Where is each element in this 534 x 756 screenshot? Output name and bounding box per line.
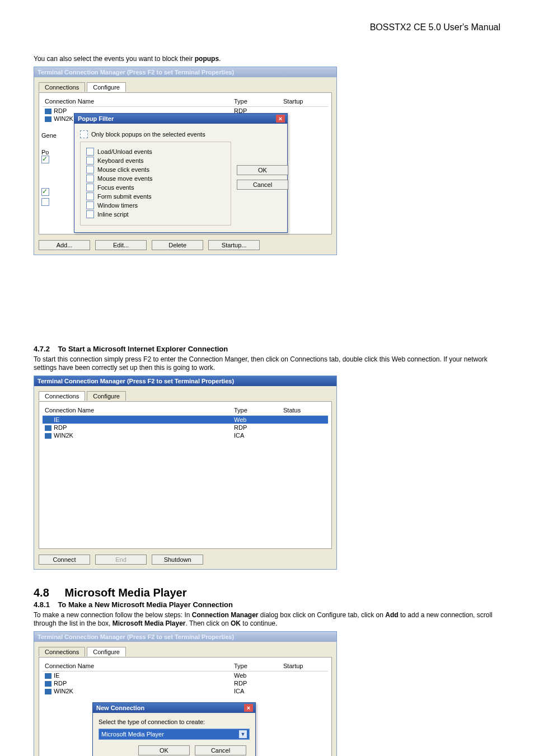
connection-icon [45, 116, 51, 122]
tab-connections[interactable]: Connections [39, 82, 85, 92]
list-item[interactable]: WIN2K ICA [43, 687, 328, 695]
chk-inline[interactable] [86, 210, 94, 218]
para-472: To start this connection simply press F2… [34, 355, 500, 372]
win1: Terminal Connection Manager (Press F2 to… [34, 67, 337, 255]
row-type: ICA [232, 687, 281, 695]
close-icon[interactable]: × [244, 704, 253, 712]
heading-481: 4.8.1 To Make a New Microsoft Media Play… [34, 600, 500, 609]
intro-bold: popups [195, 55, 219, 63]
row-type: Web [232, 672, 281, 679]
row-name: RDP [54, 107, 67, 114]
shutdown-button[interactable]: Shutdown [152, 555, 203, 565]
win1-list-header: Connection Name Type Startup [43, 96, 328, 107]
heading-48: 4.8 Microsoft Media Player [34, 586, 500, 599]
chevron-down-icon[interactable]: ▼ [239, 730, 247, 738]
connect-button[interactable]: Connect [39, 555, 90, 565]
chk-timers[interactable] [86, 201, 94, 209]
row-name: IE [54, 672, 59, 679]
p481-post: to continue. [241, 619, 277, 627]
win2-titlebar: Terminal Connection Manager (Press F2 to… [34, 376, 336, 386]
h472-title: To Start a Microsoft Internet Explorer C… [58, 345, 228, 353]
connection-icon [45, 109, 51, 114]
intro-post: . [219, 55, 221, 63]
col-startup: Startup [281, 97, 328, 105]
h48-title: Microsoft Media Player [65, 586, 187, 599]
row-type: ICA [232, 431, 281, 439]
close-icon[interactable]: × [276, 115, 285, 123]
p481-b2: Add [385, 611, 398, 619]
win2-pane: Connection Name Type Status IE Web RDP R… [39, 401, 332, 549]
popup-titlebar: Popup Filter × [74, 114, 287, 124]
win1-buttons: Add... Edit... Delete Startup... [39, 240, 332, 250]
list-item[interactable]: WIN2K ICA [43, 431, 328, 439]
h472-num: 4.7.2 [34, 345, 50, 353]
mini-checkbox-2[interactable] [41, 188, 49, 196]
row-type: Web [232, 416, 281, 424]
para-481: To make a new connection follow the belo… [34, 611, 500, 628]
popup-title: Popup Filter [78, 115, 114, 122]
mini-checkbox-1[interactable] [41, 156, 49, 163]
lbl-load: Load/Unload events [97, 148, 152, 155]
chk-load[interactable] [86, 148, 94, 156]
p481-m1: dialog box click on Configure tab, click… [259, 611, 386, 619]
win3-titlebar: Terminal Connection Manager (Press F2 to… [34, 632, 336, 642]
p481-b4: OK [231, 619, 241, 627]
win2-buttons: Connect End Shutdown [39, 555, 332, 565]
list-item[interactable]: IE Web [43, 416, 328, 424]
win1-titlebar: Terminal Connection Manager (Press F2 to… [34, 67, 336, 77]
col-startup: Startup [281, 662, 328, 670]
win3: Terminal Connection Manager (Press F2 to… [34, 631, 337, 756]
win1-tabs: Connections Configure [39, 82, 332, 91]
doc-header: BOSSTX2 CE 5.0 User's Manual [34, 22, 500, 32]
connection-icon [45, 689, 51, 694]
tab-configure[interactable]: Configure [87, 647, 126, 656]
p481-m3: . Then click on [185, 619, 230, 627]
list-item[interactable]: IE Web [43, 672, 328, 679]
chk-focus[interactable] [86, 184, 94, 191]
combo-value: Microsoft Media Player [101, 731, 164, 738]
intro-popups: You can also select the events you want … [34, 55, 500, 63]
tab-configure[interactable]: Configure [87, 391, 126, 401]
newconn-title: New Connection [96, 705, 144, 711]
underlying-dialog-slice: Gene Po [41, 132, 57, 206]
delete-button[interactable]: Delete [152, 240, 203, 250]
connection-type-select[interactable]: Microsoft Media Player ▼ [99, 729, 250, 740]
h481-num: 4.8.1 [34, 600, 50, 609]
newconn-ok-button[interactable]: OK [138, 745, 190, 755]
chk-onlyblock-label: Only block popups on the selected events [91, 131, 205, 138]
lbl-inline: Inline script [97, 211, 129, 218]
win2-tabs: Connections Configure [39, 391, 332, 400]
row-name: WIN2K [54, 432, 73, 439]
popup-filter-dialog: Popup Filter × Only block popups on the … [74, 113, 288, 233]
tab-connections[interactable]: Connections [39, 647, 85, 656]
chk-key[interactable] [86, 157, 94, 165]
mini-checkbox-3[interactable] [41, 198, 49, 206]
tab-configure[interactable]: Configure [87, 82, 126, 92]
connection-icon [45, 425, 51, 431]
chk-onlyblock[interactable] [80, 130, 88, 138]
chk-form[interactable] [86, 192, 94, 200]
heading-472: 4.7.2 To Start a Microsoft Internet Expl… [34, 345, 500, 353]
lbl-form: Form submit events [97, 193, 152, 200]
new-connection-dialog: New Connection × Select the type of conn… [92, 702, 256, 756]
popup-cancel-button[interactable]: Cancel [237, 180, 288, 190]
h48-num: 4.8 [34, 586, 49, 599]
startup-button[interactable]: Startup... [208, 240, 260, 250]
list-item[interactable]: RDP RDP [43, 424, 328, 431]
end-button[interactable]: End [95, 555, 147, 565]
col-name: Connection Name [43, 97, 232, 105]
chk-move[interactable] [86, 175, 94, 182]
chk-click[interactable] [86, 166, 94, 173]
add-button[interactable]: Add... [39, 240, 90, 250]
newconn-cancel-button[interactable]: Cancel [195, 745, 246, 755]
popup-ok-button[interactable]: OK [237, 165, 288, 175]
row-type: RDP [232, 679, 281, 687]
edit-button[interactable]: Edit... [95, 240, 147, 250]
row-name: RDP [54, 424, 67, 431]
connection-icon [45, 433, 51, 439]
newconn-titlebar: New Connection × [93, 703, 255, 713]
lbl-timers: Window timers [97, 202, 138, 209]
tab-connections[interactable]: Connections [39, 391, 85, 401]
list-item[interactable]: RDP RDP [43, 679, 328, 687]
lbl-move: Mouse move events [97, 175, 152, 182]
